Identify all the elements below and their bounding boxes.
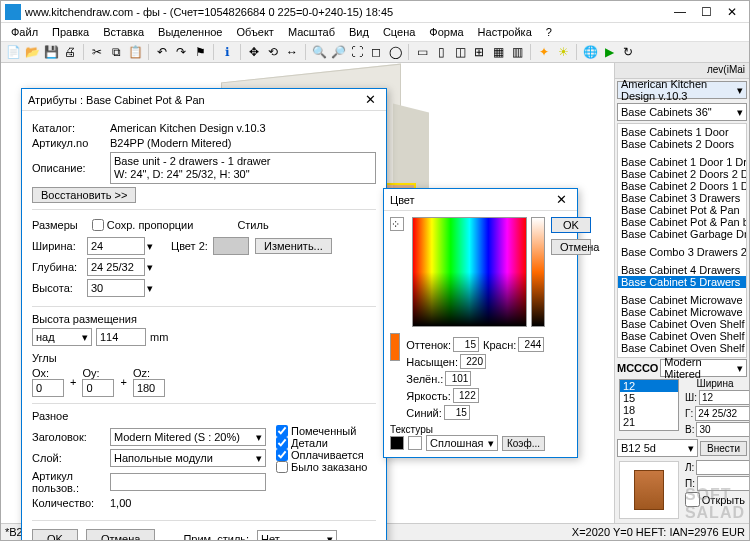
list-item[interactable]: Base Cabinet 4 Drawers: [618, 264, 746, 276]
keep-proportions-checkbox[interactable]: [92, 219, 104, 231]
user-article-input[interactable]: [110, 473, 266, 491]
height-input[interactable]: [696, 422, 749, 437]
category-select[interactable]: Base Cabinets 36"▾: [617, 103, 747, 121]
menu-view[interactable]: Вид: [343, 25, 375, 39]
red-input[interactable]: [518, 337, 544, 352]
copy-icon[interactable]: ⧉: [108, 44, 124, 60]
menu-settings[interactable]: Настройка: [472, 25, 538, 39]
list-item[interactable]: Base Cabinet Oven Shelf 36": [618, 342, 746, 354]
view1-icon[interactable]: ▭: [414, 44, 430, 60]
view2-icon[interactable]: ▯: [433, 44, 449, 60]
zoomin-icon[interactable]: 🔍: [311, 44, 327, 60]
list-item[interactable]: Base Cabinet Pot & Pan blind d: [618, 216, 746, 228]
item-list[interactable]: Base Cabinets 1 DoorBase Cabinets 2 Door…: [617, 123, 747, 358]
cancel-button[interactable]: Отмена: [86, 529, 155, 541]
size-item[interactable]: 24: [620, 428, 678, 431]
light-icon[interactable]: ☀: [555, 44, 571, 60]
list-item[interactable]: Base Cabinet Pot & Pan: [618, 204, 746, 216]
oy-input[interactable]: [82, 379, 114, 397]
oz-input[interactable]: [133, 379, 165, 397]
elevation-input[interactable]: [96, 328, 146, 346]
color-cancel-button[interactable]: Отмена: [551, 239, 591, 255]
color-ok-button[interactable]: OK: [551, 217, 591, 233]
details-checkbox[interactable]: [276, 437, 288, 449]
list-item[interactable]: Base Cabinet Microwave 30": [618, 306, 746, 318]
left-input[interactable]: [696, 460, 749, 475]
menu-select[interactable]: Выделенное: [152, 25, 228, 39]
print-icon[interactable]: 🖨: [62, 44, 78, 60]
new-icon[interactable]: 📄: [5, 44, 21, 60]
texture-select[interactable]: Сплошная▾: [426, 435, 498, 451]
blue-input[interactable]: [444, 405, 470, 420]
ordered-checkbox[interactable]: [276, 461, 288, 473]
list-item[interactable]: Base Cabinet 2 Doors 2 Drawers: [618, 168, 746, 180]
size-item[interactable]: 21: [620, 416, 678, 428]
measure-icon[interactable]: ↔: [284, 44, 300, 60]
texture-icon[interactable]: [390, 436, 404, 450]
menu-object[interactable]: Объект: [230, 25, 279, 39]
undo-icon[interactable]: ↶: [154, 44, 170, 60]
play-icon[interactable]: ▶: [601, 44, 617, 60]
eyedropper-icon[interactable]: ⁘: [390, 217, 404, 231]
list-item[interactable]: Base Cabinets 1 Door: [618, 126, 746, 138]
paste-icon[interactable]: 📋: [127, 44, 143, 60]
list-item[interactable]: Base Cabinet 1 Door 1 Drawer: [618, 156, 746, 168]
size-item[interactable]: 18: [620, 404, 678, 416]
view6-icon[interactable]: ▥: [509, 44, 525, 60]
flag-icon[interactable]: ⚑: [192, 44, 208, 60]
texture-icon-2[interactable]: [408, 436, 422, 450]
menu-scene[interactable]: Сцена: [377, 25, 421, 39]
ox-input[interactable]: [32, 379, 64, 397]
menu-file[interactable]: Файл: [5, 25, 44, 39]
refresh-icon[interactable]: ↻: [620, 44, 636, 60]
list-item[interactable]: Base Cabinet 2 Doors 1 Drawer: [618, 180, 746, 192]
list-item[interactable]: Base Cabinet Oven Shelf 24": [618, 318, 746, 330]
redo-icon[interactable]: ↷: [173, 44, 189, 60]
sat-input[interactable]: [460, 354, 486, 369]
zoomwin-icon[interactable]: ◻: [368, 44, 384, 60]
rotate-icon[interactable]: ⟲: [265, 44, 281, 60]
close-button[interactable]: ✕: [719, 3, 745, 21]
size-item[interactable]: 12: [620, 380, 678, 392]
menu-insert[interactable]: Вставка: [97, 25, 150, 39]
size-item[interactable]: 15: [620, 392, 678, 404]
luminance-slider[interactable]: [531, 217, 545, 327]
zoom1-icon[interactable]: ◯: [387, 44, 403, 60]
green-input[interactable]: [445, 371, 471, 386]
list-item[interactable]: Base Cabinet 3 Drawers: [618, 192, 746, 204]
color-spectrum[interactable]: [412, 217, 527, 327]
open-icon[interactable]: 📂: [24, 44, 40, 60]
attr-height-input[interactable]: [87, 279, 145, 297]
zoomout-icon[interactable]: 🔎: [330, 44, 346, 60]
view5-icon[interactable]: ▦: [490, 44, 506, 60]
list-item[interactable]: Base Cabinet Oven Shelf 30": [618, 330, 746, 342]
code-select[interactable]: B12 5d▾: [617, 439, 698, 457]
elevation-mode-select[interactable]: над▾: [32, 328, 92, 346]
finish-select[interactable]: Modern Mitered▾: [660, 359, 747, 377]
save-icon[interactable]: 💾: [43, 44, 59, 60]
menu-edit[interactable]: Правка: [46, 25, 95, 39]
header-select[interactable]: Modern Mitered (S : 20%)▾: [110, 428, 266, 446]
menu-help[interactable]: ?: [540, 25, 558, 39]
zoomfit-icon[interactable]: ⛶: [349, 44, 365, 60]
view3-icon[interactable]: ◫: [452, 44, 468, 60]
ok-button[interactable]: OK: [32, 529, 78, 541]
web-icon[interactable]: 🌐: [582, 44, 598, 60]
view4-icon[interactable]: ⊞: [471, 44, 487, 60]
list-item[interactable]: Base Cabinet 5 Drawers: [618, 276, 746, 288]
lum-input[interactable]: [453, 388, 479, 403]
menu-form[interactable]: Форма: [423, 25, 469, 39]
catalog-select[interactable]: American Kitchen Design v.10.3▾: [617, 81, 747, 99]
render-icon[interactable]: ✦: [536, 44, 552, 60]
width-input[interactable]: [699, 390, 749, 405]
attr-depth-input[interactable]: [87, 258, 145, 276]
color2-swatch[interactable]: [213, 237, 249, 255]
marked-checkbox[interactable]: [276, 425, 288, 437]
cut-icon[interactable]: ✂: [89, 44, 105, 60]
close-icon[interactable]: ✕: [552, 192, 571, 207]
coef-button[interactable]: Коэф...: [502, 436, 545, 451]
minimize-button[interactable]: —: [667, 3, 693, 21]
apply-style-select[interactable]: Нет▾: [257, 530, 337, 541]
description-box[interactable]: Base unit - 2 drawers - 1 drawerW: 24", …: [110, 152, 376, 184]
info-icon[interactable]: ℹ: [219, 44, 235, 60]
